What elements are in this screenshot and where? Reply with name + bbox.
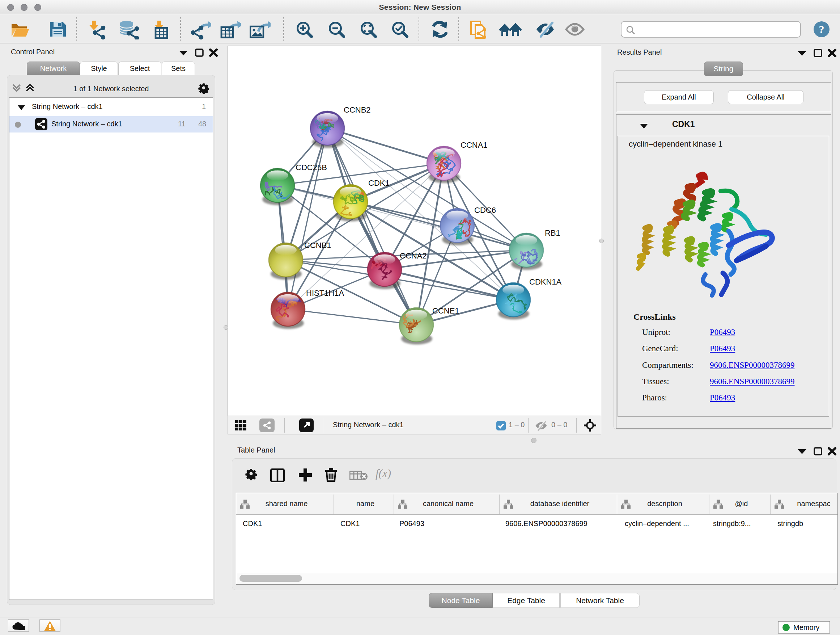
svg-text:HIST1H1A: HIST1H1A — [306, 288, 344, 298]
svg-text:CDC25B: CDC25B — [295, 163, 327, 172]
svg-text:CCNB2: CCNB2 — [344, 105, 371, 114]
svg-text:CDK1: CDK1 — [368, 179, 390, 187]
svg-text:CCNA2: CCNA2 — [400, 251, 427, 260]
svg-text:CCNB1: CCNB1 — [304, 241, 332, 250]
svg-text:RB1: RB1 — [545, 228, 561, 238]
svg-text:CCNE1: CCNE1 — [432, 306, 459, 315]
svg-text:CCNA1: CCNA1 — [461, 141, 488, 149]
svg-text:?: ? — [819, 23, 824, 35]
svg-text:CDKN1A: CDKN1A — [529, 277, 562, 287]
svg-text:CDC6: CDC6 — [474, 206, 496, 215]
